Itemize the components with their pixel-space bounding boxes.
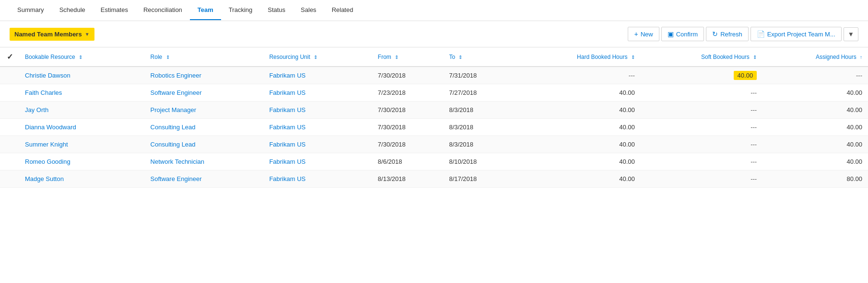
nav-tab-schedule[interactable]: Schedule bbox=[52, 0, 93, 20]
col-header-soft-booked[interactable]: Soft Booked Hours ⇕ bbox=[641, 47, 762, 67]
role-link-1[interactable]: Software Engineer bbox=[151, 89, 202, 96]
resourcing-unit-link-0[interactable]: Fabrikam US bbox=[269, 72, 305, 79]
soft-booked-cell-0: 40.00 bbox=[641, 67, 762, 84]
hard-booked-cell-4: 40.00 bbox=[515, 136, 641, 153]
section-title-label: Named Team Members bbox=[14, 31, 82, 38]
table-row: Summer KnightConsulting LeadFabrikam US7… bbox=[0, 136, 868, 153]
nav-tab-status[interactable]: Status bbox=[260, 0, 293, 20]
col-header-from[interactable]: From ⇕ bbox=[372, 47, 444, 67]
from-cell-6: 8/13/2018 bbox=[372, 170, 444, 188]
role-link-6[interactable]: Software Engineer bbox=[151, 175, 202, 182]
soft-booked-cell-2: --- bbox=[641, 102, 762, 119]
section-title-area: Named Team Members ▼ bbox=[10, 28, 94, 41]
new-button[interactable]: + New bbox=[628, 27, 659, 41]
to-cell-2: 8/3/2018 bbox=[443, 102, 515, 119]
section-header: Named Team Members ▼ + New ▣ Confirm ↻ R… bbox=[0, 21, 868, 47]
resource-link-5[interactable]: Romeo Gooding bbox=[25, 158, 70, 165]
to-cell-3: 8/3/2018 bbox=[443, 119, 515, 136]
more-options-button[interactable]: ▼ bbox=[844, 27, 858, 41]
from-cell-3: 7/30/2018 bbox=[372, 119, 444, 136]
table-row: Dianna WoodwardConsulting LeadFabrikam U… bbox=[0, 119, 868, 136]
from-cell-2: 7/30/2018 bbox=[372, 102, 444, 119]
resource-link-4[interactable]: Summer Knight bbox=[25, 141, 68, 148]
soft-booked-cell-5: --- bbox=[641, 153, 762, 170]
table-header-row: ✓ Bookable Resource ⇕ Role ⇕ Resourcing … bbox=[0, 47, 868, 67]
nav-tab-summary[interactable]: Summary bbox=[10, 0, 52, 20]
role-link-2[interactable]: Project Manager bbox=[151, 106, 196, 113]
soft-booked-cell-1: --- bbox=[641, 84, 762, 102]
resource-link-2[interactable]: Jay Orth bbox=[25, 106, 48, 113]
row-checkbox-3[interactable] bbox=[0, 119, 19, 136]
row-checkbox-5[interactable] bbox=[0, 153, 19, 170]
refresh-button[interactable]: ↻ Refresh bbox=[706, 27, 749, 41]
col-label-to: To bbox=[449, 54, 455, 60]
role-link-3[interactable]: Consulting Lead bbox=[151, 124, 196, 131]
assigned-cell-2: 40.00 bbox=[762, 102, 868, 119]
hard-booked-cell-1: 40.00 bbox=[515, 84, 641, 102]
row-checkbox-6[interactable] bbox=[0, 170, 19, 188]
col-header-assigned[interactable]: Assigned Hours ↑ bbox=[762, 47, 868, 67]
row-checkbox-0[interactable] bbox=[0, 67, 19, 84]
export-button-label: Export Project Team M... bbox=[767, 31, 835, 38]
resource-link-1[interactable]: Faith Charles bbox=[25, 89, 62, 96]
resourcing-unit-link-2[interactable]: Fabrikam US bbox=[269, 106, 305, 113]
refresh-button-label: Refresh bbox=[720, 31, 742, 38]
resource-link-0[interactable]: Christie Dawson bbox=[25, 72, 70, 79]
nav-tab-estimates[interactable]: Estimates bbox=[93, 0, 136, 20]
col-header-bookable-resource[interactable]: Bookable Resource ⇕ bbox=[19, 47, 145, 67]
assigned-cell-0: --- bbox=[762, 67, 868, 84]
role-link-4[interactable]: Consulting Lead bbox=[151, 141, 196, 148]
nav-tab-sales[interactable]: Sales bbox=[293, 0, 324, 20]
hard-booked-cell-3: 40.00 bbox=[515, 119, 641, 136]
table-row: Christie DawsonRobotics EngineerFabrikam… bbox=[0, 67, 868, 84]
nav-tab-team[interactable]: Team bbox=[190, 0, 221, 20]
assigned-cell-1: 40.00 bbox=[762, 84, 868, 102]
team-members-table: ✓ Bookable Resource ⇕ Role ⇕ Resourcing … bbox=[0, 47, 868, 188]
soft-booked-cell-3: --- bbox=[641, 119, 762, 136]
col-label-assigned: Assigned Hours bbox=[816, 54, 856, 60]
top-nav: SummaryScheduleEstimatesReconciliationTe… bbox=[0, 0, 868, 21]
table-container: ✓ Bookable Resource ⇕ Role ⇕ Resourcing … bbox=[0, 47, 868, 188]
to-cell-4: 8/3/2018 bbox=[443, 136, 515, 153]
new-button-label: New bbox=[641, 31, 653, 38]
section-title-badge[interactable]: Named Team Members ▼ bbox=[10, 28, 94, 41]
table-row: Romeo GoodingNetwork TechnicianFabrikam … bbox=[0, 153, 868, 170]
select-all-header[interactable]: ✓ bbox=[0, 47, 19, 67]
resourcing-unit-link-5[interactable]: Fabrikam US bbox=[269, 158, 305, 165]
from-cell-5: 8/6/2018 bbox=[372, 153, 444, 170]
resourcing-unit-link-6[interactable]: Fabrikam US bbox=[269, 175, 305, 182]
nav-tab-tracking[interactable]: Tracking bbox=[221, 0, 260, 20]
col-header-role[interactable]: Role ⇕ bbox=[145, 47, 264, 67]
resource-link-3[interactable]: Dianna Woodward bbox=[25, 124, 76, 131]
nav-tab-reconciliation[interactable]: Reconciliation bbox=[136, 0, 190, 20]
col-label-hard-booked: Hard Booked Hours bbox=[577, 54, 627, 60]
col-label-from: From bbox=[378, 54, 391, 60]
resourcing-unit-link-3[interactable]: Fabrikam US bbox=[269, 124, 305, 131]
confirm-button[interactable]: ▣ Confirm bbox=[661, 27, 704, 41]
col-header-resourcing-unit[interactable]: Resourcing Unit ⇕ bbox=[263, 47, 372, 67]
resourcing-unit-link-1[interactable]: Fabrikam US bbox=[269, 89, 305, 96]
row-checkbox-1[interactable] bbox=[0, 84, 19, 102]
sort-icon-assigned: ↑ bbox=[860, 55, 862, 60]
row-checkbox-2[interactable] bbox=[0, 102, 19, 119]
row-checkbox-4[interactable] bbox=[0, 136, 19, 153]
to-cell-0: 7/31/2018 bbox=[443, 67, 515, 84]
checkmark-icon: ✓ bbox=[7, 53, 13, 61]
role-link-0[interactable]: Robotics Engineer bbox=[151, 72, 201, 79]
sort-icon-role: ⇕ bbox=[166, 55, 170, 60]
resource-link-6[interactable]: Madge Sutton bbox=[25, 175, 64, 182]
nav-tab-related[interactable]: Related bbox=[324, 0, 361, 20]
col-header-to[interactable]: To ⇕ bbox=[443, 47, 515, 67]
role-link-5[interactable]: Network Technician bbox=[151, 158, 204, 165]
sort-icon-bookable-resource: ⇕ bbox=[79, 55, 82, 60]
sort-icon-resourcing-unit: ⇕ bbox=[314, 55, 317, 60]
resourcing-unit-link-4[interactable]: Fabrikam US bbox=[269, 141, 305, 148]
export-button[interactable]: 📄 Export Project Team M... bbox=[751, 27, 842, 41]
refresh-icon: ↻ bbox=[712, 30, 718, 38]
col-header-hard-booked[interactable]: Hard Booked Hours ⇕ bbox=[515, 47, 641, 67]
confirm-button-label: Confirm bbox=[676, 31, 698, 38]
col-label-bookable-resource: Bookable Resource bbox=[25, 54, 75, 60]
caret-down-icon: ▼ bbox=[848, 31, 854, 38]
app-container: SummaryScheduleEstimatesReconciliationTe… bbox=[0, 0, 868, 283]
plus-icon: + bbox=[634, 30, 638, 38]
